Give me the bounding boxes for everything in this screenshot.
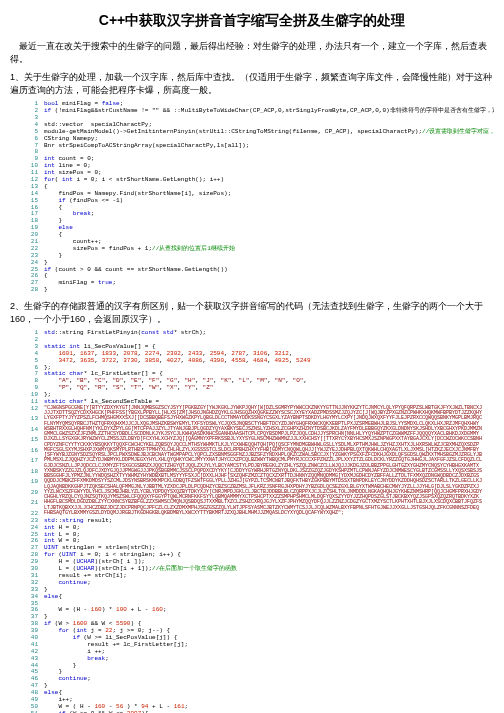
intro-paragraph: 最近一直在改关于搜索中的生僻字的问题，最后得出经验：对生僻字的处理，办法只有一个…	[10, 40, 494, 65]
code-block-1: 1bool miniFlag = false; 2if (!miniFlag&&…	[24, 101, 494, 294]
code-block-2: 1std::string FirstLetPinyin(const std* s…	[24, 330, 494, 713]
section-1-head: 1、关于生僻字的处理，加载一个汉字库，然后库中查找。（仅适用于生僻字，频繁查询字…	[10, 71, 494, 97]
page-title: C++中获取汉字拼音首字缩写全拼及生僻字的处理	[10, 12, 494, 30]
section-2-head: 2、生僻字的存储跟普通的汉字有所区别，贴一个获取汉字拼音缩写的代码（无法查找到生…	[10, 300, 494, 326]
